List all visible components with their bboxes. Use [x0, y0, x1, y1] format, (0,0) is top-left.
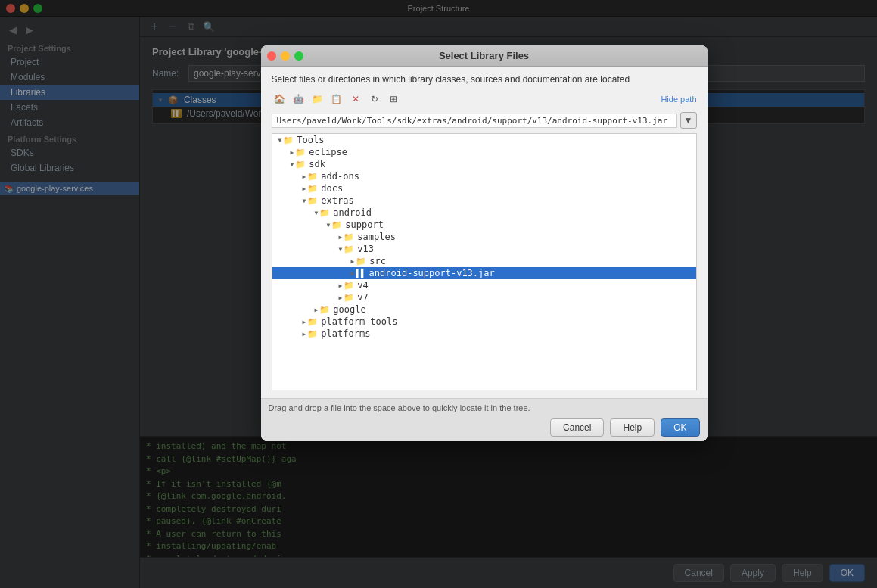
dialog-path-row: ▼	[272, 112, 697, 129]
folder-icon: 📁	[356, 257, 366, 266]
dialog-footer: Drag and drop a file into the space abov…	[261, 398, 708, 441]
tree-row-samples[interactable]: ▶ 📁 samples	[272, 231, 696, 243]
dialog-title-bar: Select Library Files	[261, 45, 708, 67]
refresh-button[interactable]: ↻	[366, 91, 383, 107]
dialog-body: Select files or directories in which lib…	[261, 67, 708, 398]
dialog-close-button[interactable]	[267, 51, 276, 61]
expand-icon: ▶	[339, 234, 343, 241]
dialog-ok-button[interactable]: OK	[661, 418, 699, 437]
delete-button[interactable]: ✕	[347, 91, 364, 107]
home-button[interactable]: 🏠	[272, 91, 288, 107]
dialog-description: Select files or directories in which lib…	[272, 74, 697, 85]
expand-icon: ▼	[303, 198, 306, 204]
expand-icon: ▶	[303, 319, 306, 325]
dialog-toolbar: 🏠 🤖 📁 📋 ✕ ↻ ⊞ Hide path	[272, 91, 697, 107]
tree-row-sdk[interactable]: ▼ 📁 sdk	[272, 158, 696, 170]
folder-icon: 📁	[295, 160, 306, 170]
tree-row-google[interactable]: ▶ 📁 google	[272, 303, 696, 316]
expand-icon: ▼	[278, 137, 282, 144]
expand-icon: ▶	[339, 294, 343, 301]
folder-icon: 📁	[307, 196, 318, 206]
tree-row-android[interactable]: ▼ 📁 android	[272, 207, 696, 219]
folder-icon: 📁	[307, 329, 318, 339]
tree-row-jar-selected[interactable]: ▶ ▌▌ android-support-v13.jar	[272, 267, 696, 279]
path-browse-button[interactable]: ▼	[680, 112, 697, 129]
tree-row-addons[interactable]: ▶ 📁 add-ons	[272, 170, 696, 182]
modal-overlay: Select Library Files Select files or dir…	[0, 0, 877, 588]
expand-icon: ▶	[303, 185, 306, 192]
tree-row-src[interactable]: ▶ 📁 src	[272, 255, 696, 267]
dialog-cancel-button[interactable]: Cancel	[550, 418, 604, 437]
tree-row-tools[interactable]: ▼ 📁 Tools	[272, 134, 696, 146]
tree-row-eclipse[interactable]: ▶ 📁 eclipse	[272, 146, 696, 158]
folder-icon: 📁	[344, 281, 354, 291]
android-button[interactable]: 🤖	[291, 91, 307, 107]
file-tree[interactable]: ▼ 📁 Tools ▶ 📁 eclipse ▼ 📁 sdk	[272, 133, 697, 390]
expand-icon: ▶	[339, 282, 343, 289]
folder-icon: 📁	[319, 305, 330, 315]
folder-button[interactable]: 📁	[309, 91, 326, 107]
expand-icon: ▶	[291, 149, 294, 156]
tree-row-support[interactable]: ▼ 📁 support	[272, 219, 696, 231]
folder-icon: 📁	[307, 317, 318, 327]
tree-row-extras[interactable]: ▼ 📁 extras	[272, 194, 696, 207]
dialog-title: Select Library Files	[439, 50, 529, 61]
expand-icon: ▼	[315, 210, 319, 216]
folder-icon: 📁	[307, 172, 318, 182]
expand-icon: ▼	[339, 246, 343, 253]
expand-icon: ▶	[303, 173, 306, 180]
folder-icon: 📁	[331, 220, 342, 230]
dialog-toolbar-left: 🏠 🤖 📁 📋 ✕ ↻ ⊞	[272, 91, 402, 107]
folder-icon: 📁	[319, 208, 330, 218]
dialog-min-button[interactable]	[281, 51, 290, 61]
folder-icon: 📁	[295, 148, 306, 157]
expand-icon: ▼	[291, 161, 294, 168]
dialog-title-buttons	[267, 51, 303, 61]
expand-icon: ▶	[303, 331, 306, 338]
expand-icon: ▶	[315, 306, 319, 313]
jar-icon: ▌▌	[356, 269, 365, 278]
new-folder-button[interactable]: 📋	[328, 91, 345, 107]
tree-row-v4[interactable]: ▶ 📁 v4	[272, 279, 696, 291]
path-input[interactable]	[272, 114, 677, 128]
tree-row-platforms[interactable]: ▶ 📁 platforms	[272, 328, 696, 340]
select-library-dialog: Select Library Files Select files or dir…	[261, 45, 708, 441]
folder-icon: 📁	[344, 244, 354, 254]
dialog-help-button[interactable]: Help	[610, 418, 655, 437]
folder-icon: 📁	[344, 232, 354, 242]
dialog-max-button[interactable]	[294, 51, 303, 61]
tree-row-v13[interactable]: ▼ 📁 v13	[272, 243, 696, 255]
hide-path-button[interactable]: Hide path	[661, 95, 696, 104]
dialog-buttons: Cancel Help OK	[269, 418, 700, 437]
expand-icon: ▼	[327, 222, 331, 229]
folder-icon: 📁	[344, 293, 354, 303]
dialog-hint: Drag and drop a file into the space abov…	[269, 403, 700, 412]
expand-icon: ▶	[351, 258, 355, 265]
folder-icon: 📁	[307, 184, 318, 194]
view-button[interactable]: ⊞	[385, 91, 402, 107]
tree-row-docs[interactable]: ▶ 📁 docs	[272, 182, 696, 194]
expand-icon: ▶	[351, 270, 355, 277]
tree-row-v7[interactable]: ▶ 📁 v7	[272, 291, 696, 303]
tree-row-platform-tools[interactable]: ▶ 📁 platform-tools	[272, 316, 696, 328]
folder-icon: 📁	[283, 135, 294, 145]
